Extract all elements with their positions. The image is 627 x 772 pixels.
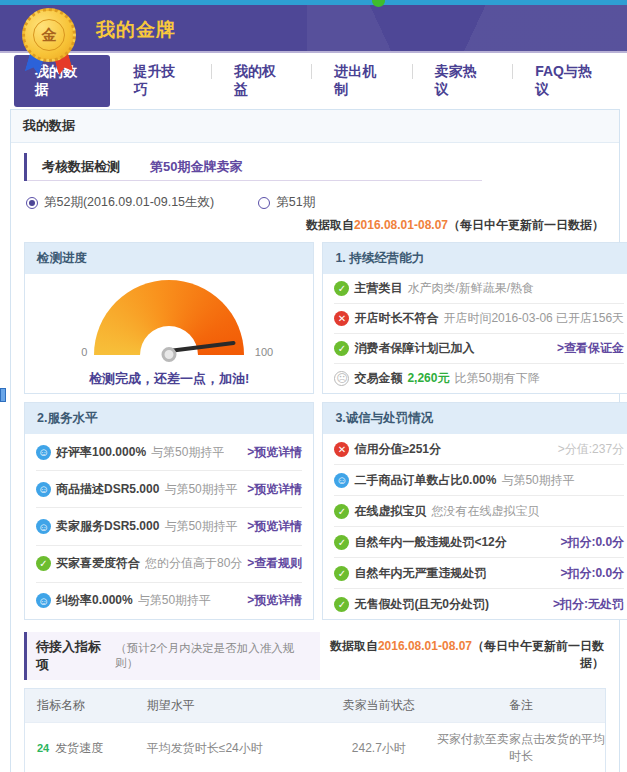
preview-detail-link[interactable]: >预览详情 — [247, 518, 302, 535]
metric-title: 在线虚拟宝贝 — [354, 503, 426, 520]
metric-title: 商品描述DSR5.000 — [56, 481, 159, 498]
tab-improve-skills[interactable]: 提升技巧 — [110, 63, 210, 99]
metric-row: ✓ 自然年内无严重违规处罚 >扣分:0.0分 — [334, 557, 624, 588]
metric-row: ☺ 卖家服务DSR5.000 与第50期持平 >预览详情 — [36, 507, 302, 544]
data-source-note: 数据取自2016.08.01-08.07（每日中午更新前一日数据） — [320, 638, 604, 672]
note-suffix: （每日中午更新前一日数据） — [472, 639, 604, 670]
medal-text: 金 — [33, 19, 65, 51]
radio-period-51[interactable]: 第51期 — [258, 194, 315, 211]
gauge-message: 检测完成，还差一点，加油! — [89, 370, 249, 388]
subtab-assessment-data[interactable]: 考核数据检测 — [27, 158, 135, 176]
metric-row: ☺ 纠纷率0.000% 与第50期持平 >预览详情 — [36, 582, 302, 619]
panel-title: 1. 持续经营能力 — [323, 243, 627, 274]
note-prefix: 数据取自 — [330, 639, 378, 653]
metric-title: 自然年内一般违规处罚<12分 — [354, 534, 506, 551]
deduction-link[interactable]: >扣分:0.0分 — [560, 534, 624, 551]
metric-note: 与第50期持平 — [164, 518, 237, 535]
view-rules-link[interactable]: >查看规则 — [247, 555, 302, 572]
page-banner: 我的金牌 — [0, 5, 627, 53]
gauge-hub — [162, 347, 177, 362]
smiley-icon: ☺ — [36, 519, 51, 534]
metric-note: 与第50期持平 — [151, 444, 224, 461]
deduction-link[interactable]: >扣分:0.0分 — [560, 565, 624, 582]
radio-label: 第52期(2016.09.01-09.15生效) — [44, 194, 214, 211]
col-current-status: 卖家当前状态 — [321, 697, 437, 714]
metric-title: 无售假处罚(且无0分处罚) — [354, 596, 489, 613]
medal-circle: 金 — [22, 8, 76, 62]
check-icon: ✓ — [334, 504, 349, 519]
note-date-range: 2016.08.01-08.07 — [354, 218, 448, 232]
metric-title: 消费者保障计划已加入 — [354, 340, 474, 357]
metric-note: 水产肉类/新鲜蔬果/熟食 — [407, 280, 534, 297]
indicator-name: 发货速度 — [55, 740, 103, 757]
check-icon: ✓ — [334, 535, 349, 550]
tab-faq[interactable]: FAQ与热议 — [512, 63, 627, 99]
check-icon: ✓ — [334, 281, 349, 296]
expected-level: 平均发货时长≤24小时 — [147, 740, 321, 757]
metric-row: ✓ 在线虚拟宝贝 您没有在线虚拟宝贝 — [334, 495, 624, 526]
preview-detail-link[interactable]: >预览详情 — [247, 444, 302, 461]
cross-icon: ✕ — [334, 311, 349, 326]
smiley-icon: ☺ — [36, 593, 51, 608]
deduction-link[interactable]: >扣分:无处罚 — [553, 596, 624, 613]
page-title: 我的金牌 — [96, 17, 176, 43]
tab-seller-discussion[interactable]: 卖家热议 — [412, 63, 512, 99]
pending-subtitle: （预计2个月内决定是否加入准入规则） — [115, 641, 307, 671]
metric-title: 好评率100.000% — [56, 444, 146, 461]
radio-unselected-icon[interactable] — [258, 197, 270, 209]
feedback-handle[interactable] — [0, 388, 6, 402]
current-status: 242.7小时 — [321, 740, 437, 757]
metric-row: ✓ 自然年内一般违规处罚<12分 >扣分:0.0分 — [334, 526, 624, 557]
col-remark: 备注 — [437, 697, 605, 714]
gold-medal-icon: 金 — [20, 8, 80, 78]
gauge-min-label: 0 — [81, 346, 87, 358]
metric-note: 与第50期持平 — [138, 592, 211, 609]
metric-row: ☺ 好评率100.000% 与第50期持平 >预览详情 — [36, 434, 302, 470]
panel-progress: 检测进度 0 100 检测完成，还差一点，加油! — [24, 242, 314, 394]
preview-detail-link[interactable]: >预览详情 — [247, 481, 302, 498]
pending-title: 待接入指标项 — [36, 638, 110, 674]
view-deposit-link[interactable]: >查看保证金 — [557, 340, 624, 357]
panel-integrity-penalty: 3.诚信与处罚情况 ✕ 信用分值≥251分 >分值:237分 ☺ 二手商品订单数… — [322, 402, 627, 620]
pending-indicators-header: 待接入指标项 （预计2个月内决定是否加入准入规则） 数据取自2016.08.01… — [24, 632, 606, 680]
neutral-face-icon: ☹ — [334, 371, 349, 386]
metric-note: 开店时间2016-03-06 已开店156天 — [443, 310, 624, 327]
metric-row: ☺ 二手商品订单数占比0.00% 与第50期持平 — [334, 464, 624, 495]
pending-indicators-table: 指标名称 期望水平 卖家当前状态 备注 24 发货速度 平均发货时长≤24小时 … — [24, 688, 606, 772]
radio-selected-icon[interactable] — [26, 197, 38, 209]
panel-business-capability: 1. 持续经营能力 ✓ 主营类目 水产肉类/新鲜蔬果/熟食 ✕ 开店时长不符合 … — [322, 242, 627, 394]
metric-row: ✓ 无售假处罚(且无0分处罚) >扣分:无处罚 — [334, 588, 624, 619]
panel-service-level: 2.服务水平 ☺ 好评率100.000% 与第50期持平 >预览详情 ☺ 商品描… — [24, 402, 314, 620]
note-suffix: （每日中午更新前一日数据） — [448, 218, 604, 232]
my-data-section: 我的数据 考核数据检测 第50期金牌卖家 第52期(2016.09.01-09.… — [10, 109, 620, 772]
metric-note: 您的分值高于80分 — [145, 555, 242, 572]
metric-title: 二手商品订单数占比0.00% — [354, 472, 496, 489]
note-prefix: 数据取自 — [306, 218, 354, 232]
smiley-icon: ☺ — [36, 445, 51, 460]
radio-label: 第51期 — [276, 194, 315, 211]
check-icon: ✓ — [36, 556, 51, 571]
pending-title-box: 待接入指标项 （预计2个月内决定是否加入准入规则） — [24, 632, 320, 680]
preview-detail-link[interactable]: >预览详情 — [247, 592, 302, 609]
metric-row: ✓ 消费者保障计划已加入 >查看保证金 — [334, 333, 624, 363]
metric-title: 买家喜爱度符合 — [56, 555, 140, 572]
data-source-note: 数据取自2016.08.01-08.07（每日中午更新前一日数据） — [26, 217, 604, 234]
table-row: 24 发货速度 平均发货时长≤24小时 242.7小时 买家付款至卖家点击发货的… — [25, 722, 605, 772]
top-strip — [0, 0, 627, 5]
metric-row: ✕ 信用分值≥251分 >分值:237分 — [334, 434, 624, 464]
panel-progress-title: 检测进度 — [25, 243, 313, 274]
tab-entry-exit-rules[interactable]: 进出机制 — [311, 63, 411, 99]
check-icon: ✓ — [334, 566, 349, 581]
panel-title: 2.服务水平 — [25, 403, 313, 434]
col-indicator-name: 指标名称 — [25, 697, 147, 714]
score-value-label: >分值:237分 — [558, 441, 624, 458]
banner-decoration — [307, 5, 487, 53]
radio-period-52[interactable]: 第52期(2016.09.01-09.15生效) — [26, 194, 214, 211]
metric-note: 您没有在线虚拟宝贝 — [431, 503, 539, 520]
note-date-range: 2016.08.01-08.07 — [378, 639, 472, 653]
sub-tab-bar: 考核数据检测 第50期金牌卖家 — [24, 153, 606, 181]
subtab-period50-sellers[interactable]: 第50期金牌卖家 — [135, 158, 257, 176]
metric-title: 自然年内无严重违规处罚 — [354, 565, 486, 582]
tab-my-benefits[interactable]: 我的权益 — [211, 63, 311, 99]
table-header-row: 指标名称 期望水平 卖家当前状态 备注 — [25, 689, 605, 722]
